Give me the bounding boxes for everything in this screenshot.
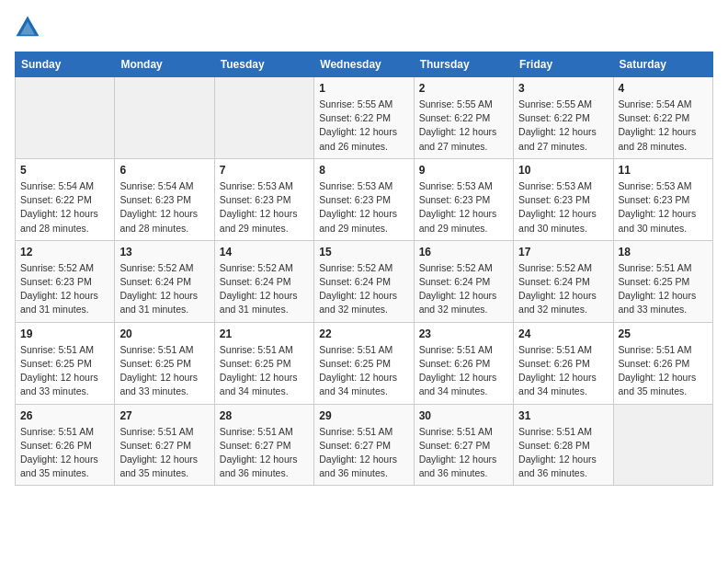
day-number: 20 bbox=[119, 327, 209, 340]
day-info: Sunrise: 5:52 AMSunset: 6:24 PMDaylight:… bbox=[518, 261, 608, 317]
day-number: 12 bbox=[20, 246, 109, 259]
calendar-cell: 30Sunrise: 5:51 AMSunset: 6:27 PMDayligh… bbox=[414, 404, 513, 486]
day-number: 16 bbox=[419, 246, 508, 259]
day-number: 17 bbox=[518, 246, 608, 259]
calendar-cell: 12Sunrise: 5:52 AMSunset: 6:23 PMDayligh… bbox=[16, 240, 115, 322]
day-info: Sunrise: 5:51 AMSunset: 6:25 PMDaylight:… bbox=[319, 343, 408, 399]
day-number: 3 bbox=[518, 82, 608, 95]
day-number: 11 bbox=[619, 164, 708, 177]
calendar-cell: 18Sunrise: 5:51 AMSunset: 6:25 PMDayligh… bbox=[613, 240, 712, 322]
weekday-header-cell: Monday bbox=[115, 52, 214, 77]
calendar-cell: 10Sunrise: 5:53 AMSunset: 6:23 PMDayligh… bbox=[514, 158, 613, 240]
day-info: Sunrise: 5:51 AMSunset: 6:26 PMDaylight:… bbox=[419, 343, 508, 399]
calendar-week-row: 1Sunrise: 5:55 AMSunset: 6:22 PMDaylight… bbox=[16, 77, 713, 159]
logo bbox=[15, 15, 44, 40]
day-info: Sunrise: 5:54 AMSunset: 6:22 PMDaylight:… bbox=[619, 98, 708, 154]
day-number: 21 bbox=[220, 327, 309, 340]
calendar-cell: 20Sunrise: 5:51 AMSunset: 6:25 PMDayligh… bbox=[115, 322, 214, 404]
day-number: 1 bbox=[319, 82, 408, 95]
day-info: Sunrise: 5:53 AMSunset: 6:23 PMDaylight:… bbox=[518, 179, 608, 236]
day-info: Sunrise: 5:52 AMSunset: 6:24 PMDaylight:… bbox=[419, 261, 508, 317]
day-info: Sunrise: 5:55 AMSunset: 6:22 PMDaylight:… bbox=[319, 98, 408, 154]
calendar-week-row: 19Sunrise: 5:51 AMSunset: 6:25 PMDayligh… bbox=[16, 322, 713, 404]
weekday-header-cell: Thursday bbox=[414, 52, 513, 77]
day-info: Sunrise: 5:51 AMSunset: 6:27 PMDaylight:… bbox=[319, 425, 408, 481]
day-info: Sunrise: 5:51 AMSunset: 6:26 PMDaylight:… bbox=[619, 343, 708, 399]
weekday-header-cell: Friday bbox=[514, 52, 613, 77]
day-number: 8 bbox=[319, 164, 408, 177]
page-header bbox=[15, 15, 713, 40]
weekday-header-cell: Saturday bbox=[613, 52, 712, 77]
calendar-cell bbox=[16, 77, 115, 159]
day-number: 23 bbox=[419, 327, 508, 340]
calendar-week-row: 5Sunrise: 5:54 AMSunset: 6:22 PMDaylight… bbox=[16, 158, 713, 240]
calendar-cell bbox=[214, 77, 313, 159]
calendar-cell: 7Sunrise: 5:53 AMSunset: 6:23 PMDaylight… bbox=[214, 158, 313, 240]
calendar-cell: 8Sunrise: 5:53 AMSunset: 6:23 PMDaylight… bbox=[314, 158, 414, 240]
day-number: 27 bbox=[119, 409, 209, 422]
weekday-header-cell: Sunday bbox=[16, 52, 115, 77]
day-info: Sunrise: 5:55 AMSunset: 6:22 PMDaylight:… bbox=[518, 98, 608, 154]
day-info: Sunrise: 5:51 AMSunset: 6:25 PMDaylight:… bbox=[20, 343, 109, 399]
day-number: 26 bbox=[20, 409, 109, 422]
calendar-cell: 11Sunrise: 5:53 AMSunset: 6:23 PMDayligh… bbox=[613, 158, 712, 240]
day-number: 24 bbox=[518, 327, 608, 340]
calendar-cell: 23Sunrise: 5:51 AMSunset: 6:26 PMDayligh… bbox=[414, 322, 513, 404]
day-info: Sunrise: 5:53 AMSunset: 6:23 PMDaylight:… bbox=[419, 179, 508, 236]
day-number: 13 bbox=[119, 246, 209, 259]
calendar-cell: 19Sunrise: 5:51 AMSunset: 6:25 PMDayligh… bbox=[16, 322, 115, 404]
calendar-cell: 4Sunrise: 5:54 AMSunset: 6:22 PMDaylight… bbox=[613, 77, 712, 159]
calendar-body: 1Sunrise: 5:55 AMSunset: 6:22 PMDaylight… bbox=[16, 77, 713, 486]
calendar-cell: 24Sunrise: 5:51 AMSunset: 6:26 PMDayligh… bbox=[514, 322, 613, 404]
calendar-week-row: 12Sunrise: 5:52 AMSunset: 6:23 PMDayligh… bbox=[16, 240, 713, 322]
day-number: 10 bbox=[518, 164, 608, 177]
day-info: Sunrise: 5:51 AMSunset: 6:26 PMDaylight:… bbox=[518, 343, 608, 399]
calendar-cell: 16Sunrise: 5:52 AMSunset: 6:24 PMDayligh… bbox=[414, 240, 513, 322]
day-info: Sunrise: 5:52 AMSunset: 6:24 PMDaylight:… bbox=[319, 261, 408, 317]
day-number: 2 bbox=[419, 82, 508, 95]
day-info: Sunrise: 5:53 AMSunset: 6:23 PMDaylight:… bbox=[319, 179, 408, 236]
calendar-cell: 1Sunrise: 5:55 AMSunset: 6:22 PMDaylight… bbox=[314, 77, 414, 159]
day-info: Sunrise: 5:52 AMSunset: 6:24 PMDaylight:… bbox=[119, 261, 209, 317]
calendar-cell bbox=[613, 404, 712, 486]
calendar-cell: 27Sunrise: 5:51 AMSunset: 6:27 PMDayligh… bbox=[115, 404, 214, 486]
day-info: Sunrise: 5:54 AMSunset: 6:22 PMDaylight:… bbox=[20, 179, 109, 236]
day-info: Sunrise: 5:52 AMSunset: 6:24 PMDaylight:… bbox=[220, 261, 309, 317]
calendar-cell: 6Sunrise: 5:54 AMSunset: 6:23 PMDaylight… bbox=[115, 158, 214, 240]
day-info: Sunrise: 5:51 AMSunset: 6:27 PMDaylight:… bbox=[419, 425, 508, 481]
calendar-cell: 13Sunrise: 5:52 AMSunset: 6:24 PMDayligh… bbox=[115, 240, 214, 322]
calendar-table: SundayMondayTuesdayWednesdayThursdayFrid… bbox=[15, 52, 713, 486]
day-number: 15 bbox=[319, 246, 408, 259]
day-number: 6 bbox=[119, 164, 209, 177]
calendar-cell: 25Sunrise: 5:51 AMSunset: 6:26 PMDayligh… bbox=[613, 322, 712, 404]
day-info: Sunrise: 5:53 AMSunset: 6:23 PMDaylight:… bbox=[619, 179, 708, 236]
day-number: 18 bbox=[619, 246, 708, 259]
day-number: 22 bbox=[319, 327, 408, 340]
day-number: 4 bbox=[619, 82, 708, 95]
weekday-header-cell: Wednesday bbox=[314, 52, 414, 77]
day-info: Sunrise: 5:53 AMSunset: 6:23 PMDaylight:… bbox=[220, 179, 309, 236]
day-info: Sunrise: 5:51 AMSunset: 6:27 PMDaylight:… bbox=[220, 425, 309, 481]
calendar-cell: 15Sunrise: 5:52 AMSunset: 6:24 PMDayligh… bbox=[314, 240, 414, 322]
calendar-cell bbox=[115, 77, 214, 159]
day-info: Sunrise: 5:51 AMSunset: 6:27 PMDaylight:… bbox=[119, 425, 209, 481]
calendar-week-row: 26Sunrise: 5:51 AMSunset: 6:26 PMDayligh… bbox=[16, 404, 713, 486]
calendar-cell: 14Sunrise: 5:52 AMSunset: 6:24 PMDayligh… bbox=[214, 240, 313, 322]
calendar-cell: 5Sunrise: 5:54 AMSunset: 6:22 PMDaylight… bbox=[16, 158, 115, 240]
calendar-cell: 2Sunrise: 5:55 AMSunset: 6:22 PMDaylight… bbox=[414, 77, 513, 159]
day-info: Sunrise: 5:52 AMSunset: 6:23 PMDaylight:… bbox=[20, 261, 109, 317]
day-number: 19 bbox=[20, 327, 109, 340]
calendar-cell: 26Sunrise: 5:51 AMSunset: 6:26 PMDayligh… bbox=[16, 404, 115, 486]
calendar-cell: 17Sunrise: 5:52 AMSunset: 6:24 PMDayligh… bbox=[514, 240, 613, 322]
day-number: 28 bbox=[220, 409, 309, 422]
calendar-cell: 9Sunrise: 5:53 AMSunset: 6:23 PMDaylight… bbox=[414, 158, 513, 240]
day-info: Sunrise: 5:51 AMSunset: 6:28 PMDaylight:… bbox=[518, 425, 608, 481]
calendar-cell: 21Sunrise: 5:51 AMSunset: 6:25 PMDayligh… bbox=[214, 322, 313, 404]
calendar-cell: 28Sunrise: 5:51 AMSunset: 6:27 PMDayligh… bbox=[214, 404, 313, 486]
day-number: 5 bbox=[20, 164, 109, 177]
weekday-header-row: SundayMondayTuesdayWednesdayThursdayFrid… bbox=[16, 52, 713, 77]
day-number: 14 bbox=[220, 246, 309, 259]
day-info: Sunrise: 5:55 AMSunset: 6:22 PMDaylight:… bbox=[419, 98, 508, 154]
day-info: Sunrise: 5:51 AMSunset: 6:25 PMDaylight:… bbox=[119, 343, 209, 399]
calendar-cell: 29Sunrise: 5:51 AMSunset: 6:27 PMDayligh… bbox=[314, 404, 414, 486]
